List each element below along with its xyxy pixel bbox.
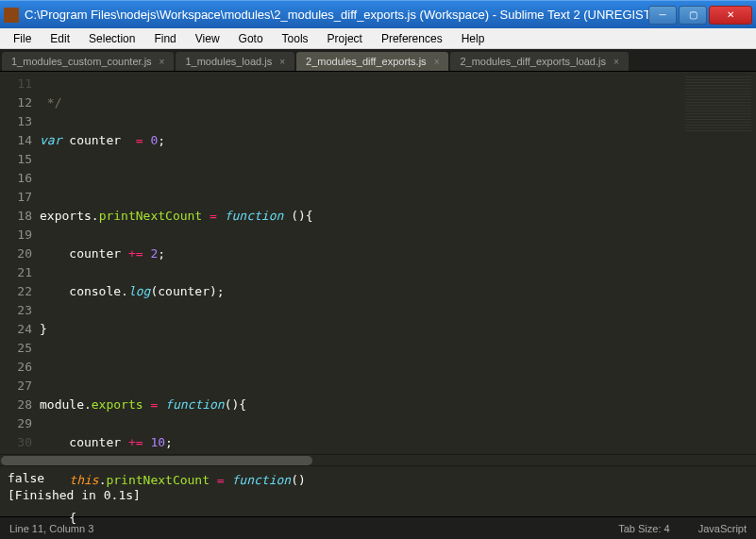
titlebar: C:\Program Files\nodejs\Workspace\module… bbox=[0, 0, 756, 28]
tab-2[interactable]: 1_modules_load.js × bbox=[176, 52, 294, 71]
tab-close-icon[interactable]: × bbox=[613, 57, 619, 67]
app-icon bbox=[4, 8, 19, 23]
menu-goto[interactable]: Goto bbox=[229, 30, 273, 47]
code-area[interactable]: */ var counter = 0; exports.printNextCou… bbox=[40, 72, 671, 454]
minimap-preview bbox=[685, 76, 751, 133]
tab-close-icon[interactable]: × bbox=[434, 57, 440, 67]
tab-1[interactable]: 1_modules_custom_counter.js × bbox=[2, 52, 174, 71]
menu-selection[interactable]: Selection bbox=[79, 30, 144, 47]
status-syntax[interactable]: JavaScript bbox=[698, 523, 747, 534]
tab-3[interactable]: 2_modules_diff_exports.js × bbox=[296, 52, 448, 71]
menu-edit[interactable]: Edit bbox=[41, 30, 79, 47]
tab-label: 1_modules_load.js bbox=[185, 56, 272, 67]
close-button[interactable]: ✕ bbox=[709, 6, 752, 25]
tab-close-icon[interactable]: × bbox=[279, 57, 285, 67]
menu-tools[interactable]: Tools bbox=[273, 30, 318, 47]
menu-help[interactable]: Help bbox=[452, 30, 495, 47]
menu-view[interactable]: View bbox=[186, 30, 229, 47]
scrollbar-thumb[interactable] bbox=[1, 456, 312, 465]
menu-project[interactable]: Project bbox=[318, 30, 372, 47]
minimap[interactable] bbox=[671, 72, 756, 454]
tab-label: 1_modules_custom_counter.js bbox=[11, 56, 152, 67]
menu-find[interactable]: Find bbox=[144, 30, 185, 47]
maximize-button[interactable]: ▢ bbox=[679, 6, 707, 25]
horizontal-scrollbar[interactable] bbox=[0, 454, 756, 465]
window-title: C:\Program Files\nodejs\Workspace\module… bbox=[25, 8, 648, 22]
tab-4[interactable]: 2_modules_diff_exports_load.js × bbox=[450, 52, 628, 71]
tab-label: 2_modules_diff_exports_load.js bbox=[460, 56, 606, 67]
line-gutter: 1112131415161718192021222324252627282930 bbox=[0, 72, 40, 454]
menubar: File Edit Selection Find View Goto Tools… bbox=[0, 28, 756, 49]
window-controls: ─ ▢ ✕ bbox=[648, 6, 752, 25]
menu-preferences[interactable]: Preferences bbox=[372, 30, 452, 47]
tab-close-icon[interactable]: × bbox=[160, 57, 165, 67]
minimize-button[interactable]: ─ bbox=[648, 6, 677, 25]
menu-file[interactable]: File bbox=[4, 30, 41, 47]
tabbar: 1_modules_custom_counter.js × 1_modules_… bbox=[0, 49, 756, 72]
editor[interactable]: 1112131415161718192021222324252627282930… bbox=[0, 72, 756, 454]
tab-label: 2_modules_diff_exports.js bbox=[306, 56, 427, 67]
